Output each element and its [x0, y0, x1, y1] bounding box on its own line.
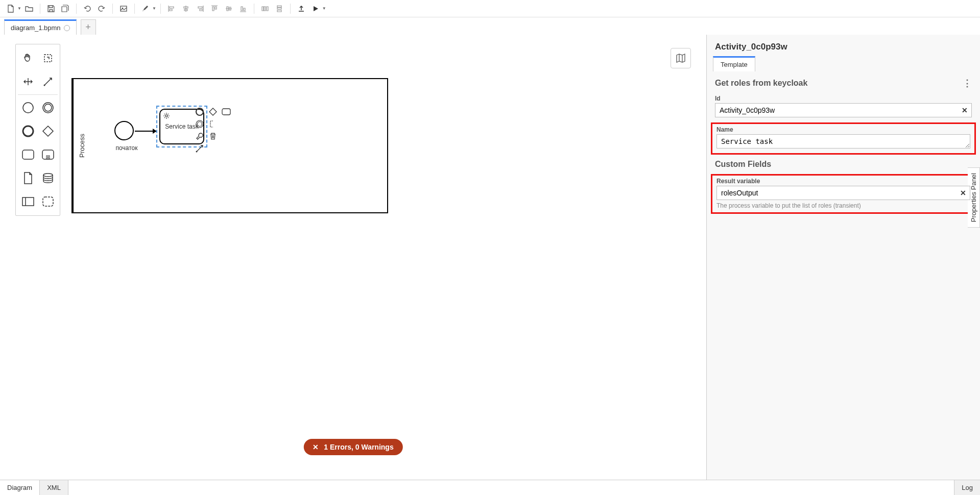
ctx-delete-icon[interactable]: [207, 131, 219, 142]
bottom-tabs: Diagram XML Log: [0, 480, 980, 495]
intermediate-event-icon[interactable]: [38, 96, 58, 119]
svg-rect-14: [43, 197, 53, 206]
task-label: Service task: [165, 123, 198, 130]
svg-point-16: [196, 108, 203, 115]
redo-icon[interactable]: [95, 2, 108, 15]
id-input[interactable]: [715, 103, 972, 117]
close-icon: ✕: [313, 443, 319, 451]
name-input[interactable]: [716, 134, 970, 148]
ctx-annotation-icon[interactable]: [207, 118, 219, 130]
tab-xml[interactable]: XML: [40, 480, 68, 495]
svg-rect-12: [22, 197, 34, 206]
main-toolbar: ▼ ▼ ▼: [0, 0, 980, 17]
image-icon[interactable]: [117, 2, 130, 15]
ctx-gateway-icon[interactable]: [207, 106, 219, 117]
tab-log[interactable]: Log: [954, 480, 980, 495]
distribute-h-icon[interactable]: [258, 2, 272, 15]
svg-rect-2: [44, 55, 52, 62]
start-event[interactable]: початок: [114, 121, 134, 140]
tab-template[interactable]: Template: [713, 56, 755, 71]
play-icon[interactable]: [309, 2, 322, 15]
save-icon[interactable]: [44, 2, 58, 15]
main-area: Process початок Service task: [0, 35, 980, 480]
subprocess-icon[interactable]: [38, 143, 58, 166]
align-center-icon[interactable]: [179, 2, 193, 15]
id-label: Id: [715, 95, 972, 102]
align-bottom-icon[interactable]: [236, 2, 250, 15]
file-tab-label: diagram_1.bpmn: [11, 24, 61, 32]
upload-icon[interactable]: [295, 2, 308, 15]
save-all-icon[interactable]: [59, 2, 72, 15]
kebab-menu-icon[interactable]: ⋮: [963, 78, 972, 89]
highlight-name-field: Name: [711, 122, 976, 155]
distribute-v-icon[interactable]: [273, 2, 286, 15]
pool-label: Process: [73, 79, 90, 212]
group-icon[interactable]: [38, 190, 58, 213]
ctx-wrench-icon[interactable]: [194, 131, 205, 142]
svg-point-4: [23, 103, 33, 113]
start-event-label: початок: [111, 144, 142, 152]
svg-point-3: [43, 85, 45, 86]
lane[interactable]: початок Service task: [90, 79, 387, 212]
align-middle-icon[interactable]: [222, 2, 235, 15]
ctx-end-event-icon[interactable]: [194, 106, 205, 117]
play-dropdown-icon[interactable]: ▼: [322, 6, 326, 11]
properties-title: Activity_0c0p93w: [707, 35, 980, 56]
align-left-icon[interactable]: [165, 2, 178, 15]
result-var-label: Result variable: [716, 178, 970, 185]
sequence-flow[interactable]: [135, 131, 156, 132]
properties-panel: Activity_0c0p93w Template Get roles from…: [706, 35, 980, 480]
connect-tool-icon[interactable]: [38, 70, 58, 93]
data-store-icon[interactable]: [38, 166, 58, 190]
svg-point-7: [23, 126, 33, 136]
svg-rect-17: [222, 109, 230, 115]
space-tool-icon[interactable]: [18, 70, 38, 93]
error-text: 1 Errors, 0 Warnings: [324, 443, 393, 451]
section-title: Get roles from keycloak: [715, 79, 807, 88]
new-file-dropdown-icon[interactable]: ▼: [17, 6, 21, 11]
result-var-input[interactable]: [716, 186, 970, 200]
minimap-toggle-icon[interactable]: [671, 48, 691, 68]
align-top-icon[interactable]: [208, 2, 221, 15]
svg-point-11: [43, 174, 53, 177]
gateway-icon[interactable]: [38, 119, 58, 143]
undo-icon[interactable]: [81, 2, 94, 15]
tab-add-button[interactable]: +: [81, 19, 96, 35]
open-file-icon[interactable]: [22, 2, 36, 15]
data-object-icon[interactable]: [18, 166, 38, 190]
name-label: Name: [716, 126, 970, 133]
result-var-desc: The process variable to put the list of …: [716, 202, 970, 209]
svg-point-19: [198, 122, 202, 127]
task-icon[interactable]: [18, 143, 38, 166]
clear-resultvar-icon[interactable]: ✕: [960, 189, 966, 197]
end-event-icon[interactable]: [18, 119, 38, 143]
align-right-icon[interactable]: [194, 2, 207, 15]
svg-point-6: [44, 104, 52, 111]
lasso-tool-icon[interactable]: [38, 46, 58, 70]
svg-point-15: [165, 115, 168, 117]
error-pill[interactable]: ✕ 1 Errors, 0 Warnings: [303, 439, 402, 455]
bpmn-palette: [15, 44, 60, 216]
svg-rect-8: [22, 150, 34, 159]
hand-tool-icon[interactable]: [18, 46, 38, 70]
tab-diagram[interactable]: Diagram: [0, 480, 40, 495]
highlight-result-var-field: Result variable ✕ The process variable t…: [711, 174, 976, 214]
context-pad: [194, 106, 233, 154]
clear-id-icon[interactable]: ✕: [962, 106, 968, 114]
new-file-icon[interactable]: [4, 2, 17, 15]
canvas-area[interactable]: Process початок Service task: [0, 35, 706, 480]
start-event-icon[interactable]: [18, 96, 38, 119]
tab-close-icon[interactable]: [64, 25, 70, 31]
file-tabs: diagram_1.bpmn +: [0, 17, 980, 35]
custom-fields-title: Custom Fields: [715, 160, 771, 169]
svg-point-20: [196, 151, 198, 153]
brush-dropdown-icon[interactable]: ▼: [152, 6, 156, 11]
participant-icon[interactable]: [18, 190, 38, 213]
file-tab-active[interactable]: diagram_1.bpmn: [4, 19, 77, 35]
ctx-connect-icon[interactable]: [194, 143, 205, 154]
gear-icon: [162, 112, 171, 121]
ctx-intermediate-event-icon[interactable]: [194, 118, 205, 130]
brush-icon[interactable]: [139, 2, 152, 15]
ctx-task-icon[interactable]: [221, 106, 232, 117]
